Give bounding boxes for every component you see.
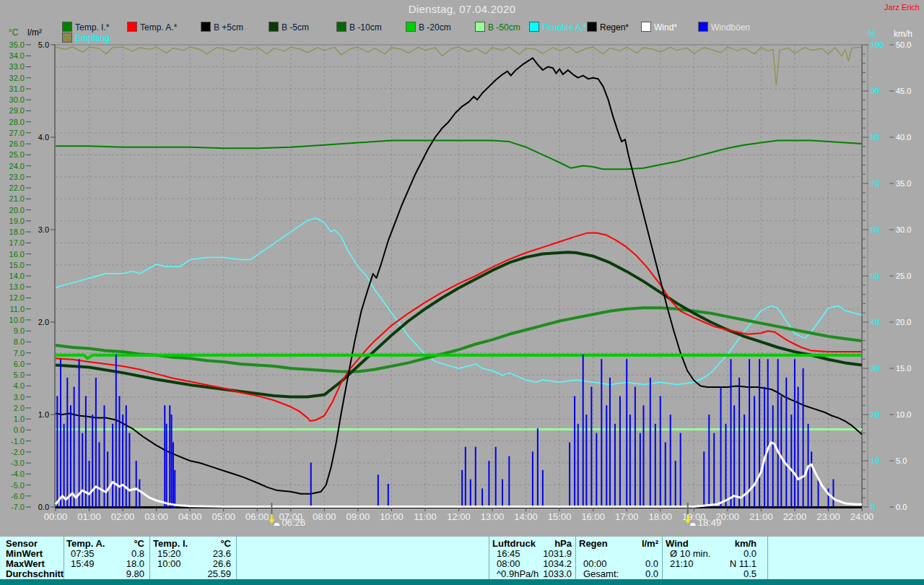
- table-divider: [489, 537, 489, 579]
- table-divider: [662, 537, 663, 579]
- svg-text:29.0: 29.0: [9, 106, 25, 115]
- svg-text:16:00: 16:00: [581, 511, 605, 522]
- svg-text:20.0: 20.0: [896, 318, 911, 326]
- table-divider: [575, 537, 576, 579]
- svg-text:30.0: 30.0: [896, 225, 911, 234]
- svg-text:21:00: 21:00: [749, 511, 773, 522]
- table-divider: [64, 537, 64, 579]
- table-cell-value: 1034.2: [492, 559, 572, 568]
- svg-text:15.0: 15.0: [896, 364, 911, 373]
- svg-text:18:49: 18:49: [698, 517, 722, 528]
- svg-text:27.0: 27.0: [9, 129, 25, 137]
- svg-text:14.0: 14.0: [9, 272, 25, 280]
- temp-axis-labels: 35.034.033.032.031.030.029.028.027.026.0…: [9, 40, 31, 511]
- svg-text:4.0: 4.0: [38, 133, 49, 142]
- svg-text:-6.0: -6.0: [11, 492, 25, 500]
- svg-text:11.0: 11.0: [9, 305, 25, 313]
- svg-text:28.0: 28.0: [9, 118, 25, 126]
- table-cell-value: 26.6: [153, 559, 231, 568]
- svg-text:21.0: 21.0: [9, 194, 25, 203]
- svg-text:15.0: 15.0: [9, 261, 25, 269]
- svg-text:4.0: 4.0: [14, 381, 25, 390]
- svg-text:06:00: 06:00: [245, 511, 269, 522]
- table-row-label: Durchschnitt: [6, 569, 64, 578]
- svg-text:18:00: 18:00: [648, 511, 672, 522]
- svg-text:3.0: 3.0: [38, 225, 49, 234]
- svg-text:16.0: 16.0: [9, 250, 25, 259]
- svg-text:13.0: 13.0: [9, 282, 25, 291]
- table-cell-value: 0.5: [666, 569, 757, 578]
- svg-text:-3.0: -3.0: [11, 459, 25, 467]
- svg-text:-5.0: -5.0: [11, 481, 25, 490]
- svg-text:24:00: 24:00: [850, 511, 874, 522]
- table-row-label: Sensor: [6, 539, 38, 548]
- svg-text:06:26: 06:26: [282, 517, 305, 528]
- svg-text:9.0: 9.0: [14, 326, 25, 335]
- table-col-unit: hPa: [492, 539, 572, 548]
- svg-text:19.0: 19.0: [9, 217, 25, 225]
- svg-text:3.0: 3.0: [14, 393, 25, 402]
- wind-axis-labels: 0.05.010.015.020.025.030.035.040.045.050…: [889, 40, 911, 511]
- svg-text:32.0: 32.0: [9, 74, 25, 82]
- table-divider: [149, 537, 150, 579]
- svg-text:22.0: 22.0: [9, 183, 25, 192]
- svg-text:1.0: 1.0: [14, 415, 25, 423]
- weather-app-window: Dienstag, 07.04.2020 Jarz Erich Temp. I.…: [0, 0, 924, 585]
- svg-text:09:00: 09:00: [346, 511, 370, 522]
- svg-text:45.0: 45.0: [896, 87, 911, 95]
- svg-text:03:00: 03:00: [144, 511, 168, 522]
- table-cell-value: 23.6: [153, 549, 231, 558]
- svg-text:2.0: 2.0: [14, 404, 25, 412]
- svg-text:50: 50: [871, 272, 879, 280]
- svg-text:50.0: 50.0: [896, 40, 911, 49]
- svg-text:5.0: 5.0: [14, 370, 25, 379]
- svg-text:20.0: 20.0: [9, 206, 25, 214]
- svg-text:10:00: 10:00: [380, 511, 404, 522]
- svg-text:10.0: 10.0: [9, 316, 25, 324]
- table-divider: [236, 537, 237, 579]
- svg-text:90: 90: [871, 87, 879, 95]
- svg-text:35.0: 35.0: [896, 179, 911, 188]
- svg-text:23.0: 23.0: [9, 173, 25, 181]
- plot-frame: [55, 45, 868, 508]
- svg-text:20: 20: [871, 410, 879, 419]
- table-col-unit: l/m²: [579, 539, 658, 548]
- table-cell-value: 25.59: [153, 569, 231, 578]
- table-cell-value: 0.0: [666, 549, 757, 558]
- table-cell-value: 9.80: [66, 569, 144, 578]
- series-empfang: [56, 47, 862, 85]
- svg-text:35.0: 35.0: [9, 40, 25, 49]
- svg-text:23:00: 23:00: [816, 511, 840, 522]
- svg-text:7.0: 7.0: [14, 349, 25, 358]
- svg-text:04:00: 04:00: [178, 511, 202, 522]
- svg-text:12:00: 12:00: [447, 511, 471, 522]
- svg-text:1.0: 1.0: [38, 410, 49, 419]
- gridlines: [56, 45, 862, 507]
- svg-text:-1.0: -1.0: [11, 437, 25, 446]
- svg-text:40: 40: [871, 318, 879, 326]
- svg-text:08:00: 08:00: [313, 511, 336, 522]
- svg-text:22:00: 22:00: [783, 511, 807, 522]
- table-cell-value: 1033.0: [492, 569, 572, 578]
- svg-text:25.0: 25.0: [9, 150, 25, 159]
- svg-text:40.0: 40.0: [896, 133, 911, 142]
- svg-text:33.0: 33.0: [9, 62, 25, 71]
- svg-text:30: 30: [871, 364, 879, 373]
- svg-text:05:00: 05:00: [212, 511, 235, 522]
- svg-text:02:00: 02:00: [111, 511, 135, 522]
- bottom-bar: [0, 579, 924, 585]
- svg-text:17.0: 17.0: [9, 238, 25, 247]
- svg-text:8.0: 8.0: [14, 337, 25, 346]
- svg-text:12.0: 12.0: [9, 293, 25, 302]
- table-cell-value: 0.8: [66, 549, 144, 558]
- svg-text:5.0: 5.0: [896, 456, 907, 465]
- weather-chart: 35.034.033.032.031.030.029.028.027.026.0…: [0, 0, 924, 585]
- svg-text:-2.0: -2.0: [11, 448, 25, 456]
- svg-text:0.0: 0.0: [38, 503, 49, 511]
- summary-table: SensorMinWertMaxWertDurchschnittTemp. A.…: [0, 537, 924, 579]
- svg-text:-7.0: -7.0: [11, 503, 25, 511]
- svg-text:00:00: 00:00: [44, 511, 68, 522]
- svg-text:34.0: 34.0: [9, 51, 25, 60]
- svg-text:10.0: 10.0: [896, 410, 911, 419]
- table-divider: [767, 537, 768, 579]
